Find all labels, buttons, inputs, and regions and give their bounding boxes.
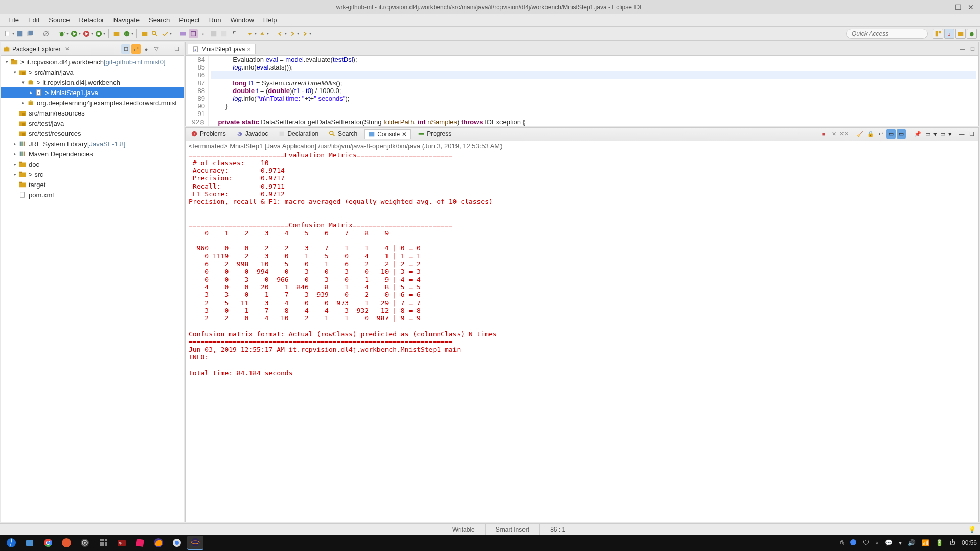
close-view-button[interactable]: ✕: [65, 45, 70, 52]
settings-button[interactable]: [77, 536, 93, 550]
open-type-button[interactable]: [140, 29, 149, 38]
show-on-stdout-button[interactable]: ▭: [886, 129, 896, 139]
menu-edit[interactable]: Edit: [24, 15, 43, 25]
usb-icon[interactable]: ⎙: [840, 539, 844, 546]
tree-row[interactable]: ▸J> MnistStep1.java: [1, 87, 184, 98]
external-tools-button[interactable]: [94, 29, 103, 38]
menu-search[interactable]: Search: [145, 15, 174, 25]
new-button[interactable]: [3, 29, 12, 38]
back-button[interactable]: [276, 29, 285, 38]
new-class-button[interactable]: C: [122, 29, 131, 38]
display-console-button[interactable]: ▭: [923, 129, 932, 139]
console-tab-console[interactable]: Console ✕: [364, 129, 411, 139]
menu-source[interactable]: Source: [44, 15, 74, 25]
debug-button[interactable]: [57, 29, 66, 38]
save-button[interactable]: [15, 29, 25, 38]
console-minimize-button[interactable]: —: [957, 129, 966, 139]
remove-all-button[interactable]: ✕✕: [839, 129, 849, 139]
volume-icon[interactable]: 🔊: [908, 539, 916, 546]
minimize-button[interactable]: —: [942, 3, 949, 11]
forward-button[interactable]: [288, 29, 297, 38]
tree-row[interactable]: src/main/resources: [1, 108, 184, 118]
tree-row[interactable]: ▸JRE System Library [JavaSE-1.8]: [1, 139, 184, 149]
editor-tab[interactable]: J MnistStep1.java ✕: [188, 44, 256, 54]
chrome-button[interactable]: [40, 536, 56, 550]
menu-window[interactable]: Window: [226, 15, 258, 25]
tree-row[interactable]: ▸> src: [1, 169, 184, 179]
next-annotation-button[interactable]: [258, 29, 267, 38]
tree-row[interactable]: ▸Maven Dependencies: [1, 149, 184, 159]
quick-access[interactable]: [846, 29, 928, 39]
activities-button[interactable]: [3, 536, 19, 550]
bluetooth-icon[interactable]: ᚼ: [875, 539, 879, 546]
firefox-button[interactable]: [150, 536, 167, 550]
word-wrap-button[interactable]: [209, 29, 218, 38]
tree-row[interactable]: ▾> it.rcpvision.dl4j.workbench [git-gith…: [1, 57, 184, 67]
toggle-comment-button[interactable]: [178, 29, 188, 38]
coverage-button[interactable]: [82, 29, 91, 38]
prev-annotation-button[interactable]: [245, 29, 255, 38]
open-console-button[interactable]: ▭: [938, 129, 947, 139]
last-edit-button[interactable]: [300, 29, 309, 38]
code-area[interactable]: 848586878889909192⊝ Evaluation eval = mo…: [186, 56, 978, 126]
chrome-tray-icon[interactable]: [850, 539, 857, 547]
console-tab-problems[interactable]: !Problems: [188, 129, 229, 139]
power-icon[interactable]: ⏻: [949, 539, 955, 546]
menu-help[interactable]: Help: [259, 15, 281, 25]
editor-minimize-button[interactable]: —: [958, 45, 966, 53]
run-button[interactable]: [70, 29, 79, 38]
collapse-all-button[interactable]: ⊟: [121, 44, 130, 54]
tree-row[interactable]: ▸doc: [1, 159, 184, 169]
minimize-view-button[interactable]: —: [162, 44, 171, 54]
scroll-lock-button[interactable]: 🔒: [866, 129, 875, 139]
tree-row[interactable]: target: [1, 179, 184, 190]
search-button[interactable]: [150, 29, 159, 38]
focus-button[interactable]: ●: [142, 44, 151, 54]
editor-maximize-button[interactable]: ☐: [968, 45, 976, 53]
tip-icon[interactable]: 💡: [964, 526, 980, 533]
console-tab-search[interactable]: Search: [326, 129, 360, 139]
link-editor-button[interactable]: ⇄: [131, 44, 141, 54]
show-outline-button[interactable]: [219, 29, 229, 38]
tree-row[interactable]: src/test/java: [1, 118, 184, 128]
show-on-stderr-button[interactable]: ▭: [897, 129, 906, 139]
clock[interactable]: 00:56: [962, 539, 977, 546]
close-tab-button[interactable]: ✕: [247, 47, 251, 52]
remove-launch-button[interactable]: ✕: [829, 129, 838, 139]
maximize-button[interactable]: ☐: [955, 3, 962, 11]
java-perspective-button[interactable]: J: [944, 29, 954, 39]
shield-icon[interactable]: 🛡: [863, 539, 869, 546]
tree-row[interactable]: ▾> src/main/java: [1, 67, 184, 77]
tree-row[interactable]: ▸org.deeplearning4j.examples.feedforward…: [1, 98, 184, 108]
show-whitespace-button[interactable]: a: [199, 29, 208, 38]
console-tab-javadoc[interactable]: @Javadoc: [233, 129, 271, 139]
chrome2-button[interactable]: [169, 536, 185, 550]
tree-row[interactable]: src/test/resources: [1, 128, 184, 139]
tree-row[interactable]: ▾> it.rcpvision.dl4j.workbench: [1, 77, 184, 87]
git-perspective-button[interactable]: [955, 29, 966, 39]
console-tab-declaration[interactable]: Declaration: [275, 129, 322, 139]
apps-grid-button[interactable]: [95, 536, 111, 550]
wifi-icon[interactable]: 📶: [922, 539, 929, 546]
files-button[interactable]: [21, 536, 38, 550]
close-button[interactable]: ✕: [968, 3, 974, 11]
chat-tray-icon[interactable]: 💬: [885, 539, 893, 546]
terminate-button[interactable]: ■: [819, 129, 828, 139]
menu-run[interactable]: Run: [205, 15, 225, 25]
eclipse-button[interactable]: [187, 536, 203, 550]
caret-icon[interactable]: ▾: [899, 539, 902, 546]
code-editor[interactable]: Evaluation eval = model.evaluate(testDsi…: [209, 56, 978, 126]
new-package-button[interactable]: [112, 29, 121, 38]
clear-console-button[interactable]: 🧹: [856, 129, 865, 139]
save-all-button[interactable]: [26, 29, 35, 38]
debug-perspective-button[interactable]: [967, 29, 977, 39]
terminal-button[interactable]: $_: [113, 536, 130, 550]
block-select-button[interactable]: [189, 29, 198, 38]
word-wrap-console-button[interactable]: ↩: [876, 129, 885, 139]
pin-console-button[interactable]: 📌: [913, 129, 922, 139]
battery-icon[interactable]: 🔋: [936, 539, 943, 546]
console-maximize-button[interactable]: ☐: [967, 129, 976, 139]
maximize-view-button[interactable]: ☐: [172, 44, 181, 54]
menu-refactor[interactable]: Refactor: [75, 15, 108, 25]
app3-button[interactable]: [132, 536, 148, 550]
